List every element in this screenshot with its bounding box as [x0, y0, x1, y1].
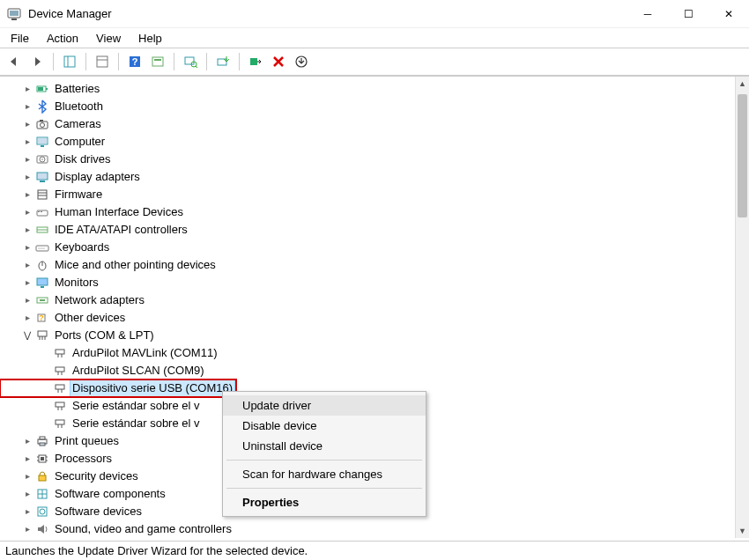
tree-node-display[interactable]: ▸ Display adapters: [0, 168, 749, 186]
tree-node-keyboards[interactable]: ▸ Keyboards: [0, 239, 749, 256]
expand-icon[interactable]: ▸: [21, 80, 33, 98]
uninstall-button[interactable]: [268, 51, 289, 72]
menu-action[interactable]: Action: [40, 30, 85, 47]
vertical-scrollbar[interactable]: ▲ ▼: [735, 77, 749, 538]
svg-text:?: ?: [39, 313, 44, 322]
context-menu-separator: [226, 488, 422, 489]
tree-label: Software components: [53, 485, 167, 503]
hid-icon: [35, 205, 49, 219]
status-bar: Launches the Update Driver Wizard for th…: [0, 541, 749, 560]
expand-icon[interactable]: ▸: [21, 503, 33, 520]
expand-icon[interactable]: ▸: [21, 115, 33, 133]
show-hide-tree-button[interactable]: [59, 51, 80, 72]
scroll-down-icon[interactable]: ▼: [736, 524, 749, 538]
expand-icon[interactable]: ▸: [21, 274, 33, 291]
expand-icon[interactable]: ▸: [21, 186, 33, 203]
tree-node-hid[interactable]: ▸ Human Interface Devices: [0, 203, 749, 221]
expand-icon[interactable]: ▸: [21, 203, 33, 221]
scrollbar-thumb[interactable]: [738, 94, 747, 217]
svg-rect-2: [11, 18, 17, 20]
expand-icon[interactable]: ▸: [21, 485, 33, 503]
svg-rect-29: [37, 173, 48, 180]
context-menu-disable-device[interactable]: Disable device: [223, 416, 426, 436]
close-button[interactable]: ✕: [708, 0, 749, 28]
svg-rect-3: [64, 56, 75, 67]
context-menu-properties[interactable]: Properties: [223, 492, 426, 512]
back-button[interactable]: [4, 51, 25, 72]
svg-text:?: ?: [132, 56, 138, 67]
forward-button[interactable]: [26, 51, 48, 72]
tree-node-ports[interactable]: ⋁ Ports (COM & LPT): [0, 327, 749, 344]
scroll-up-icon[interactable]: ▲: [736, 77, 749, 91]
tree-node-diskdrives[interactable]: ▸ Disk drives: [0, 151, 749, 168]
expand-icon[interactable]: ▸: [21, 520, 33, 538]
tree-node-mice[interactable]: ▸ Mice and other pointing devices: [0, 256, 749, 274]
tree-node-port-mavlink[interactable]: ▸ ArduPilot MAVLink (COM11): [0, 344, 749, 362]
menu-help[interactable]: Help: [131, 30, 169, 47]
expand-icon[interactable]: ▸: [21, 256, 33, 274]
tree-node-ide[interactable]: ▸ IDE ATA/ATAPI controllers: [0, 221, 749, 239]
app-icon: [7, 7, 21, 21]
keyboard-icon: [35, 240, 49, 254]
properties-button[interactable]: [92, 51, 113, 72]
svg-rect-35: [38, 211, 40, 212]
help-button[interactable]: ?: [124, 51, 145, 72]
security-icon: [35, 469, 49, 483]
action-button[interactable]: [147, 51, 168, 72]
svg-rect-73: [40, 443, 45, 446]
computer-icon: [35, 135, 49, 149]
tree-node-bluetooth[interactable]: ▸ Bluetooth: [0, 98, 749, 115]
svg-rect-15: [250, 58, 257, 65]
tree-node-cameras[interactable]: ▸ Cameras: [0, 115, 749, 133]
expand-icon[interactable]: ▸: [21, 98, 33, 115]
install-legacy-button[interactable]: [291, 51, 312, 72]
sound-icon: [35, 522, 49, 536]
svg-point-85: [40, 509, 45, 514]
expand-icon[interactable]: ▸: [21, 221, 33, 239]
tree-node-firmware[interactable]: ▸ Firmware: [0, 186, 749, 203]
svg-rect-52: [38, 331, 47, 336]
tree-label: Network adapters: [53, 291, 146, 309]
tree-node-sound[interactable]: ▸ Sound, video and game controllers: [0, 520, 749, 538]
expand-icon[interactable]: ▸: [21, 432, 33, 450]
expand-icon[interactable]: ▸: [21, 151, 33, 168]
context-menu: Update driver Disable device Uninstall d…: [222, 391, 426, 517]
context-menu-uninstall-device[interactable]: Uninstall device: [223, 436, 426, 456]
tree-label: Security devices: [53, 468, 140, 485]
toolbar: ?: [0, 48, 749, 76]
tree-node-network[interactable]: ▸ Network adapters: [0, 291, 749, 309]
context-menu-update-driver[interactable]: Update driver: [223, 395, 426, 416]
disable-button[interactable]: [245, 51, 266, 72]
menu-view[interactable]: View: [89, 30, 128, 47]
collapse-icon[interactable]: ⋁: [21, 327, 33, 344]
tree-node-monitors[interactable]: ▸ Monitors: [0, 274, 749, 291]
expand-icon[interactable]: ▸: [21, 450, 33, 468]
tree-label: Software devices: [53, 503, 144, 520]
tree-node-port-slcan[interactable]: ▸ ArduPilot SLCAN (COM9): [0, 362, 749, 379]
menu-file[interactable]: File: [4, 30, 36, 47]
other-device-icon: ?: [35, 311, 49, 325]
expand-icon[interactable]: ▸: [21, 168, 33, 186]
tree-node-other[interactable]: ▸ ? Other devices: [0, 309, 749, 327]
port-icon: [53, 346, 67, 360]
expand-icon[interactable]: ▸: [21, 133, 33, 151]
minimize-button[interactable]: ─: [627, 0, 668, 28]
expand-icon[interactable]: ▸: [21, 468, 33, 485]
battery-icon: [35, 82, 49, 96]
expand-icon[interactable]: ▸: [21, 239, 33, 256]
svg-rect-5: [97, 56, 108, 67]
tree-node-port-usb-selected[interactable]: ▸ Dispositivo serie USB (COM16): [0, 379, 236, 397]
scan-button[interactable]: [180, 51, 201, 72]
expand-icon[interactable]: ▸: [21, 309, 33, 327]
software-component-icon: [35, 487, 49, 501]
device-tree-pane: ▸ Batteries ▸ Bluetooth ▸ Cameras ▸ Comp…: [0, 76, 749, 538]
software-device-icon: [35, 505, 49, 519]
update-driver-button[interactable]: [212, 51, 234, 72]
tree-node-batteries[interactable]: ▸ Batteries: [0, 80, 749, 98]
expand-icon[interactable]: ▸: [21, 291, 33, 309]
maximize-button[interactable]: ☐: [668, 0, 708, 28]
svg-point-21: [41, 123, 45, 128]
tree-node-computer[interactable]: ▸ Computer: [0, 133, 749, 151]
context-menu-scan[interactable]: Scan for hardware changes: [223, 464, 426, 484]
tree-label: Print queues: [53, 432, 121, 450]
